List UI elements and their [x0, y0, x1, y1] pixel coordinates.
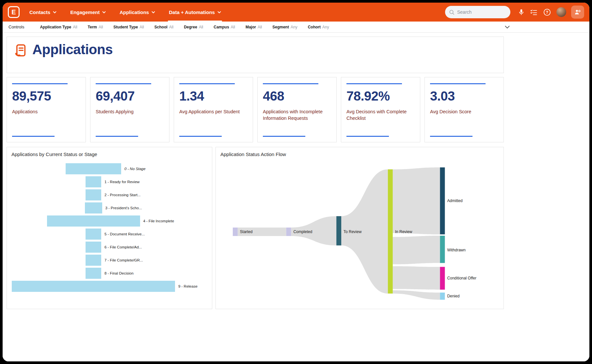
app-logo[interactable]: E	[8, 6, 20, 18]
sankey-node-admitted[interactable]	[440, 167, 445, 234]
help-icon: ?	[543, 8, 551, 16]
sankey-node-started[interactable]	[233, 228, 238, 236]
search-input[interactable]	[457, 9, 506, 15]
controls-bar: Controls Application TypeAllTermAllStude…	[3, 22, 589, 33]
filter-value: Any	[291, 25, 297, 29]
nav-item-data-automations[interactable]: Data + Automations	[169, 3, 221, 22]
funnel-bar-0-no-stage[interactable]	[66, 163, 121, 174]
kpi-card-applications[interactable]: 89,575Applications	[7, 77, 86, 142]
sankey-label-completed: Completed	[293, 229, 312, 234]
nav-item-applications[interactable]: Applications	[120, 3, 155, 22]
chevron-down-icon	[102, 11, 106, 13]
filter-campus[interactable]: CampusAll	[214, 25, 235, 29]
filter-major[interactable]: MajorAll	[246, 25, 262, 29]
sankey-node-completed[interactable]	[286, 228, 291, 236]
filter-application-type[interactable]: Application TypeAll	[40, 25, 77, 29]
filter-label: Degree	[184, 25, 197, 29]
controls-collapse-button[interactable]	[505, 25, 510, 28]
funnel-row: 7 - File Complete/GR...	[7, 254, 212, 267]
kpi-label: Students Applying	[96, 109, 164, 115]
chevron-down-icon	[53, 11, 56, 13]
kpi-top-rule	[346, 83, 402, 84]
kpi-bottom-rule	[12, 136, 55, 137]
funnel-label: 4 - File Incomplete	[143, 219, 174, 223]
microphone-icon	[519, 9, 524, 15]
page-title: Applications	[32, 43, 113, 56]
kpi-card-applications-with-incomplete-information-requests[interactable]: 468Applications with Incomplete Informat…	[257, 77, 337, 142]
sankey-node-withdrawn[interactable]	[440, 236, 445, 263]
kpi-card-avg-decision-score[interactable]: 3.03Avg Decision Score	[424, 77, 504, 142]
sankey-label-in-review: In Review	[395, 229, 412, 234]
filter-label: Major	[246, 25, 256, 29]
kpi-bottom-rule	[263, 136, 305, 137]
nav-item-label: Engagement	[70, 9, 100, 15]
kpi-value: 468	[263, 89, 331, 103]
user-settings-button[interactable]	[571, 6, 584, 19]
funnel-label: 8 - Final Decision	[104, 271, 134, 275]
funnel-bar-7-file-complete-gr[interactable]	[86, 255, 101, 266]
kpi-top-rule	[12, 83, 68, 84]
voice-assistant-button[interactable]	[518, 8, 525, 16]
sankey-chart: Started Completed To Review In Review Ad…	[216, 147, 504, 309]
kpi-label: Avg Decision Score	[430, 109, 498, 115]
funnel-row: 5 - Document Receive...	[7, 228, 212, 241]
kpi-card-avg-decisons-with-complete-checklist[interactable]: 78.92%Avg Decisons with Complete Checkli…	[341, 77, 420, 142]
kpi-value: 89,575	[12, 89, 80, 103]
flow-inreview-denied	[393, 290, 440, 300]
funnel-label: 6 - File Complete/Ad...	[104, 245, 142, 249]
sankey-label-withdrawn: Withdrawn	[447, 248, 466, 252]
funnel-label: 2 - Processing Start...	[104, 193, 141, 197]
filter-value: All	[199, 25, 203, 29]
filter-term[interactable]: TermAll	[88, 25, 103, 29]
app-window: E ContactsEngagementApplicationsData + A…	[0, 0, 592, 364]
filter-list: Application TypeAllTermAllStudent TypeAl…	[40, 25, 329, 29]
filter-label: Segment	[272, 25, 289, 29]
funnel-bar-4-file-incomplete[interactable]	[47, 215, 140, 227]
chevron-down-icon	[152, 11, 155, 13]
kpi-value: 78.92%	[346, 89, 415, 103]
app-logo-letter: E	[11, 8, 16, 16]
kpi-card-students-applying[interactable]: 69,407Students Applying	[90, 77, 169, 142]
funnel-bar-9-release[interactable]	[12, 281, 175, 292]
sankey-node-in-review[interactable]	[388, 169, 393, 293]
funnel-chart-title: Applications by Current Status or Stage	[11, 151, 97, 157]
kpi-bottom-rule	[179, 136, 222, 137]
funnel-bar-6-file-complete-ad[interactable]	[86, 242, 101, 253]
funnel-bar-1-ready-for-review[interactable]	[86, 176, 101, 187]
funnel-bar-2-processing-start[interactable]	[86, 189, 101, 200]
funnel-label: 5 - Document Receive...	[104, 232, 145, 236]
avatar[interactable]	[556, 7, 566, 17]
sankey-node-to-review[interactable]	[336, 216, 341, 245]
filter-label: Campus	[214, 25, 229, 29]
filter-cohort[interactable]: CohortAny	[308, 25, 329, 29]
filter-degree[interactable]: DegreeAll	[184, 25, 203, 29]
page-header-card: Applications	[7, 37, 504, 73]
kpi-top-rule	[263, 83, 318, 84]
nav-item-engagement[interactable]: Engagement	[70, 3, 106, 22]
help-button[interactable]: ?	[543, 8, 552, 17]
funnel-bar-8-final-decision[interactable]	[86, 268, 101, 279]
funnel-bar-5-document-receive[interactable]	[86, 229, 101, 240]
filter-segment[interactable]: SegmentAny	[272, 25, 297, 29]
applications-icon	[14, 43, 28, 58]
kpi-card-avg-applications-per-student[interactable]: 1.34Avg Applications per Student	[174, 77, 253, 142]
filter-school[interactable]: SchoolAll	[154, 25, 173, 29]
funnel-row: 2 - Processing Start...	[7, 188, 212, 201]
nav-item-contacts[interactable]: Contacts	[29, 3, 56, 22]
sankey-node-conditional-offer[interactable]	[440, 267, 445, 290]
funnel-bar-3-president-s-scho[interactable]	[85, 202, 102, 214]
sankey-node-denied[interactable]	[440, 293, 445, 300]
search-box[interactable]	[445, 6, 510, 18]
filter-value: All	[139, 25, 144, 29]
funnel-label: 9 - Release	[178, 284, 198, 288]
filter-value: All	[258, 25, 262, 29]
kpi-label: Avg Decisons with Complete Checklist	[346, 109, 415, 121]
sankey-label-denied: Denied	[447, 294, 459, 298]
tasks-button[interactable]	[530, 8, 538, 16]
nav-item-label: Contacts	[29, 9, 50, 15]
topbar-right: ?	[445, 6, 584, 19]
dashboard-content: Applications 89,575Applications69,407Stu…	[3, 33, 589, 361]
kpi-top-rule	[430, 83, 486, 84]
kpi-top-rule	[96, 83, 151, 84]
filter-student-type[interactable]: Student TypeAll	[113, 25, 144, 29]
